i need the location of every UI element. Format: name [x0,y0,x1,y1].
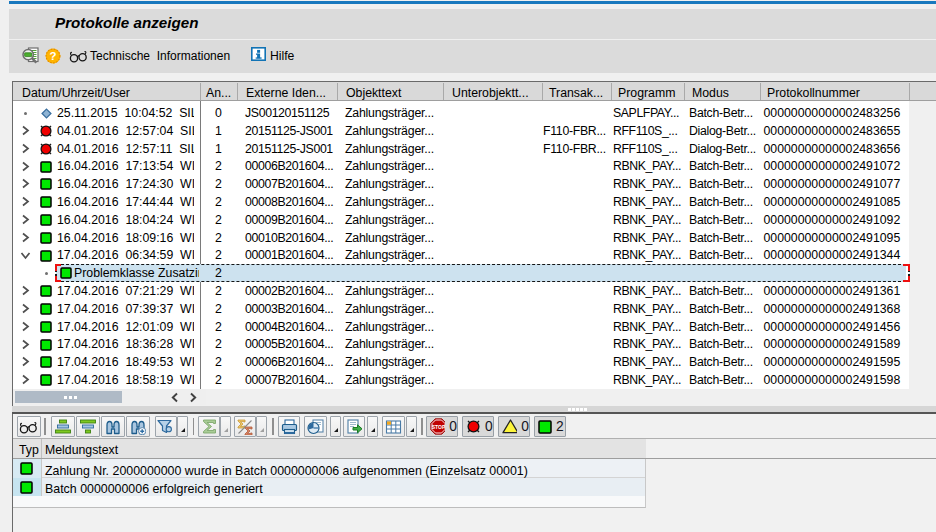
svg-text:?: ? [49,50,56,62]
svg-text:STOP: STOP [432,424,446,430]
